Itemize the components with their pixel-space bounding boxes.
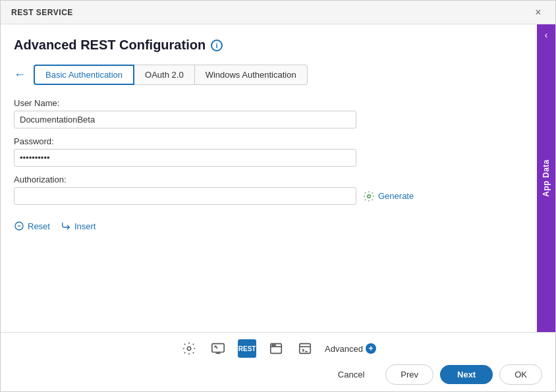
authorization-input[interactable]	[14, 187, 356, 205]
dialog-title: REST SERVICE	[11, 8, 73, 17]
tabs: Basic Authentication OAuth 2.0 Windows A…	[34, 65, 308, 85]
toolbar-browser-icon[interactable]	[267, 339, 285, 358]
reset-label: Reset	[28, 221, 50, 231]
advanced-plus-icon: +	[366, 343, 376, 354]
insert-icon	[61, 221, 71, 231]
page-title: Advanced REST Configuration	[14, 38, 206, 53]
toolbar-rest-icon[interactable]: REST	[238, 339, 256, 358]
generate-button[interactable]: Generate	[363, 190, 414, 202]
cancel-button[interactable]: Cancel	[323, 365, 379, 384]
side-panel-arrow: ‹	[545, 30, 548, 40]
side-panel-label: App Data	[542, 159, 551, 197]
advanced-link[interactable]: Advanced +	[325, 343, 376, 354]
side-panel[interactable]: ‹ App Data	[537, 24, 555, 332]
tab-oauth[interactable]: OAuth 2.0	[134, 65, 195, 85]
back-button[interactable]: ←	[14, 68, 26, 82]
rest-label: REST	[238, 345, 256, 352]
title-bar: REST SERVICE ×	[1, 1, 555, 24]
username-group: User Name:	[14, 98, 524, 128]
password-input[interactable]	[14, 149, 356, 167]
svg-point-0	[368, 194, 371, 198]
insert-button[interactable]: Insert	[61, 221, 96, 231]
toolbar-code-icon[interactable]	[296, 339, 314, 358]
toolbar-row: REST Advance	[14, 339, 542, 358]
dialog: REST SERVICE × Advanced REST Configurati…	[0, 0, 556, 392]
insert-label: Insert	[74, 221, 96, 231]
next-button[interactable]: Next	[440, 365, 493, 384]
nav-row: ← Basic Authentication OAuth 2.0 Windows…	[14, 65, 524, 85]
password-label: Password:	[14, 136, 524, 146]
info-icon[interactable]: i	[211, 40, 223, 51]
tab-basic-authentication[interactable]: Basic Authentication	[34, 65, 134, 85]
form-section: User Name: Password: Authorization:	[14, 98, 524, 231]
username-input[interactable]	[14, 111, 356, 128]
ok-button[interactable]: OK	[499, 364, 542, 385]
content-area: Advanced REST Configuration i ← Basic Au…	[1, 24, 555, 332]
toolbar-monitor-icon[interactable]	[209, 339, 227, 358]
close-button[interactable]: ×	[532, 6, 545, 19]
password-group: Password:	[14, 136, 524, 167]
prev-button[interactable]: Prev	[385, 364, 433, 385]
main-content: Advanced REST Configuration i ← Basic Au…	[1, 24, 537, 332]
authorization-group: Authorization: Generate	[14, 175, 524, 205]
reset-icon	[14, 221, 24, 231]
tab-windows-authentication[interactable]: Windows Authentication	[195, 65, 308, 85]
svg-point-9	[272, 345, 273, 346]
gear-icon	[363, 190, 375, 202]
authorization-label: Authorization:	[14, 175, 524, 184]
svg-point-10	[274, 345, 275, 346]
action-row: Reset Insert	[14, 221, 524, 231]
bottom-bar: REST Advance	[1, 332, 555, 391]
reset-button[interactable]: Reset	[14, 221, 50, 231]
svg-point-3	[187, 347, 191, 350]
toolbar-settings-icon[interactable]	[180, 339, 198, 358]
advanced-label: Advanced	[325, 344, 363, 354]
button-row: Cancel Prev Next OK	[14, 364, 542, 385]
username-label: User Name:	[14, 98, 524, 108]
page-header: Advanced REST Configuration i	[14, 38, 524, 53]
generate-label: Generate	[378, 191, 414, 201]
svg-rect-4	[212, 344, 224, 352]
authorization-row: Generate	[14, 187, 524, 205]
